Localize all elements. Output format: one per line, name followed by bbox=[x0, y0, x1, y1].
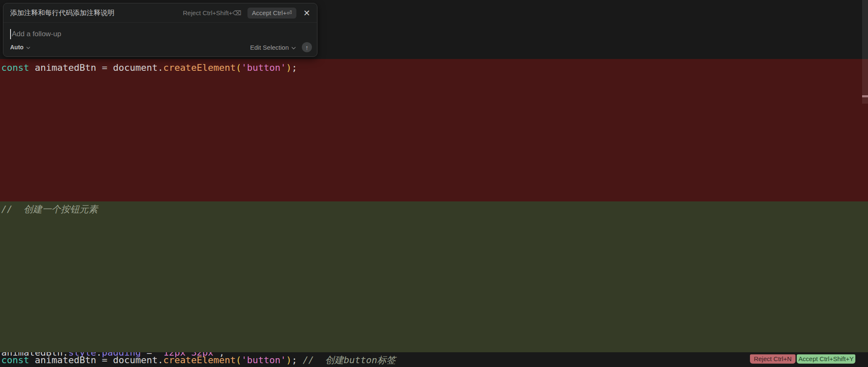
code-line: // 创建一个按钮元素 bbox=[1, 203, 868, 354]
text-caret bbox=[10, 29, 11, 39]
diff-reject-button[interactable]: Reject Ctrl+N bbox=[750, 354, 795, 364]
prompt-title: 添加注释和每行代码添加注释说明 bbox=[10, 8, 183, 18]
vertical-scrollbar-thumb[interactable] bbox=[862, 0, 868, 104]
scrollbar-edit-marker bbox=[862, 95, 868, 97]
edit-selection-label: Edit Selection bbox=[250, 44, 289, 51]
dialog-title-row: 添加注释和每行代码添加注释说明 Reject Ctrl+Shift+⌫ Acce… bbox=[3, 3, 317, 22]
chevron-down-icon bbox=[26, 44, 30, 51]
diff-accept-button[interactable]: Accept Ctrl+Shift+Y bbox=[797, 354, 855, 364]
accept-button[interactable]: Accept Ctrl+⏎ bbox=[247, 8, 297, 19]
mode-dropdown-label: Auto bbox=[10, 44, 24, 51]
followup-input[interactable]: Add a follow-up bbox=[3, 23, 317, 42]
send-button[interactable]: ↑ bbox=[302, 42, 312, 52]
arrow-up-icon: ↑ bbox=[305, 44, 309, 51]
code-line: const animatedBtn = document.createEleme… bbox=[1, 354, 868, 367]
mode-dropdown[interactable]: Auto bbox=[10, 44, 30, 51]
edit-selection-dropdown[interactable]: Edit Selection bbox=[250, 44, 296, 51]
dialog-bottom-row: Auto Edit Selection ↑ bbox=[3, 42, 317, 56]
close-icon[interactable]: ✕ bbox=[303, 9, 310, 17]
inline-edit-dialog: 添加注释和每行代码添加注释说明 Reject Ctrl+Shift+⌫ Acce… bbox=[3, 3, 317, 57]
followup-placeholder: Add a follow-up bbox=[12, 30, 61, 38]
code-line: const animatedBtn = document.createEleme… bbox=[1, 61, 868, 203]
chevron-down-icon bbox=[291, 44, 296, 51]
reject-button[interactable]: Reject Ctrl+Shift+⌫ bbox=[183, 9, 242, 17]
diff-removed-block: const animatedBtn = document.createEleme… bbox=[0, 59, 868, 201]
diff-added-block: // 创建一个按钮元素const animatedBtn = document.… bbox=[0, 201, 868, 352]
